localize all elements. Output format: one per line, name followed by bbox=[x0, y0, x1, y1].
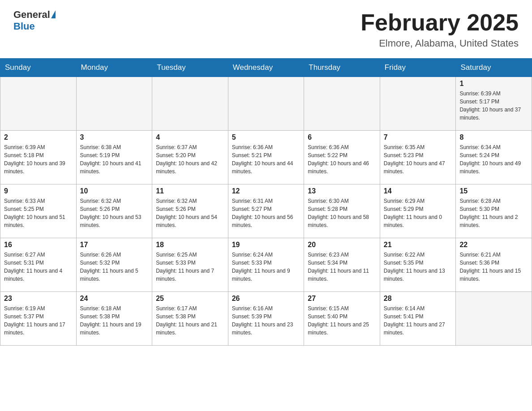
day-cell bbox=[152, 77, 228, 131]
day-number: 26 bbox=[232, 295, 300, 303]
day-info: Sunrise: 6:16 AM Sunset: 5:39 PM Dayligh… bbox=[232, 304, 300, 337]
day-info: Sunrise: 6:37 AM Sunset: 5:20 PM Dayligh… bbox=[156, 143, 224, 176]
day-cell: 17Sunrise: 6:26 AM Sunset: 5:32 PM Dayli… bbox=[76, 238, 152, 292]
calendar-body: 1Sunrise: 6:39 AM Sunset: 5:17 PM Daylig… bbox=[0, 77, 532, 346]
week-row-5: 23Sunrise: 6:19 AM Sunset: 5:37 PM Dayli… bbox=[0, 292, 532, 346]
week-row-2: 2Sunrise: 6:39 AM Sunset: 5:18 PM Daylig… bbox=[0, 131, 532, 184]
logo-general-text: General bbox=[13, 9, 50, 21]
day-cell: 26Sunrise: 6:16 AM Sunset: 5:39 PM Dayli… bbox=[228, 292, 304, 346]
day-number: 2 bbox=[4, 133, 73, 141]
days-header-row: SundayMondayTuesdayWednesdayThursdayFrid… bbox=[0, 59, 532, 77]
day-cell: 4Sunrise: 6:37 AM Sunset: 5:20 PM Daylig… bbox=[152, 131, 228, 184]
day-number: 16 bbox=[4, 241, 73, 249]
day-cell: 7Sunrise: 6:35 AM Sunset: 5:23 PM Daylig… bbox=[380, 131, 456, 184]
week-row-3: 9Sunrise: 6:33 AM Sunset: 5:25 PM Daylig… bbox=[0, 184, 532, 238]
day-header-monday: Monday bbox=[76, 59, 152, 77]
day-header-wednesday: Wednesday bbox=[228, 59, 304, 77]
calendar-table: SundayMondayTuesdayWednesdayThursdayFrid… bbox=[0, 58, 532, 346]
day-info: Sunrise: 6:21 AM Sunset: 5:36 PM Dayligh… bbox=[459, 251, 528, 283]
day-number: 17 bbox=[80, 241, 149, 249]
day-cell: 28Sunrise: 6:14 AM Sunset: 5:41 PM Dayli… bbox=[380, 292, 456, 346]
day-cell: 6Sunrise: 6:36 AM Sunset: 5:22 PM Daylig… bbox=[304, 131, 380, 184]
day-number: 13 bbox=[308, 187, 376, 195]
day-cell: 12Sunrise: 6:31 AM Sunset: 5:27 PM Dayli… bbox=[228, 184, 304, 238]
calendar-subtitle: Elmore, Alabama, United States bbox=[360, 38, 519, 49]
day-cell: 19Sunrise: 6:24 AM Sunset: 5:33 PM Dayli… bbox=[228, 238, 304, 292]
day-number: 8 bbox=[459, 133, 528, 141]
day-info: Sunrise: 6:35 AM Sunset: 5:23 PM Dayligh… bbox=[384, 143, 452, 176]
logo: General Blue bbox=[13, 9, 56, 32]
title-block: February 2025 Elmore, Alabama, United St… bbox=[360, 9, 519, 49]
day-cell: 14Sunrise: 6:29 AM Sunset: 5:29 PM Dayli… bbox=[380, 184, 456, 238]
day-cell: 11Sunrise: 6:32 AM Sunset: 5:26 PM Dayli… bbox=[152, 184, 228, 238]
day-cell: 10Sunrise: 6:32 AM Sunset: 5:26 PM Dayli… bbox=[76, 184, 152, 238]
day-info: Sunrise: 6:33 AM Sunset: 5:25 PM Dayligh… bbox=[4, 197, 73, 229]
day-cell: 22Sunrise: 6:21 AM Sunset: 5:36 PM Dayli… bbox=[456, 238, 532, 292]
day-header-tuesday: Tuesday bbox=[152, 59, 228, 77]
day-info: Sunrise: 6:23 AM Sunset: 5:34 PM Dayligh… bbox=[308, 251, 376, 283]
day-number: 12 bbox=[232, 187, 300, 195]
day-number: 23 bbox=[4, 295, 73, 303]
day-info: Sunrise: 6:36 AM Sunset: 5:21 PM Dayligh… bbox=[232, 143, 300, 176]
day-number: 28 bbox=[384, 295, 452, 303]
day-number: 6 bbox=[308, 133, 376, 141]
day-info: Sunrise: 6:32 AM Sunset: 5:26 PM Dayligh… bbox=[156, 197, 224, 229]
day-info: Sunrise: 6:19 AM Sunset: 5:37 PM Dayligh… bbox=[4, 304, 73, 337]
day-cell: 9Sunrise: 6:33 AM Sunset: 5:25 PM Daylig… bbox=[0, 184, 77, 238]
page-header: General Blue February 2025 Elmore, Alaba… bbox=[0, 0, 532, 54]
calendar-header: SundayMondayTuesdayWednesdayThursdayFrid… bbox=[0, 59, 532, 77]
day-info: Sunrise: 6:34 AM Sunset: 5:24 PM Dayligh… bbox=[459, 143, 528, 176]
day-cell bbox=[228, 77, 304, 131]
day-info: Sunrise: 6:17 AM Sunset: 5:38 PM Dayligh… bbox=[156, 304, 224, 337]
logo-triangle-icon bbox=[51, 10, 56, 18]
day-cell: 21Sunrise: 6:22 AM Sunset: 5:35 PM Dayli… bbox=[380, 238, 456, 292]
day-number: 20 bbox=[308, 241, 376, 249]
day-header-sunday: Sunday bbox=[0, 59, 77, 77]
day-header-friday: Friday bbox=[380, 59, 456, 77]
day-info: Sunrise: 6:26 AM Sunset: 5:32 PM Dayligh… bbox=[80, 251, 149, 283]
day-info: Sunrise: 6:39 AM Sunset: 5:18 PM Dayligh… bbox=[4, 143, 73, 176]
day-info: Sunrise: 6:39 AM Sunset: 5:17 PM Dayligh… bbox=[459, 90, 528, 122]
day-header-saturday: Saturday bbox=[456, 59, 532, 77]
day-number: 24 bbox=[80, 295, 149, 303]
week-row-4: 16Sunrise: 6:27 AM Sunset: 5:31 PM Dayli… bbox=[0, 238, 532, 292]
day-cell: 24Sunrise: 6:18 AM Sunset: 5:38 PM Dayli… bbox=[76, 292, 152, 346]
day-number: 25 bbox=[156, 295, 224, 303]
day-info: Sunrise: 6:31 AM Sunset: 5:27 PM Dayligh… bbox=[232, 197, 300, 229]
day-number: 27 bbox=[308, 295, 376, 303]
day-cell: 3Sunrise: 6:38 AM Sunset: 5:19 PM Daylig… bbox=[76, 131, 152, 184]
day-number: 9 bbox=[4, 187, 73, 195]
day-cell: 1Sunrise: 6:39 AM Sunset: 5:17 PM Daylig… bbox=[456, 77, 532, 131]
day-info: Sunrise: 6:15 AM Sunset: 5:40 PM Dayligh… bbox=[308, 304, 376, 337]
calendar-title: February 2025 bbox=[360, 9, 519, 36]
day-info: Sunrise: 6:25 AM Sunset: 5:33 PM Dayligh… bbox=[156, 251, 224, 283]
day-number: 1 bbox=[459, 80, 528, 88]
day-number: 10 bbox=[80, 187, 149, 195]
day-cell bbox=[76, 77, 152, 131]
day-number: 4 bbox=[156, 133, 224, 141]
day-info: Sunrise: 6:22 AM Sunset: 5:35 PM Dayligh… bbox=[384, 251, 452, 283]
day-cell: 20Sunrise: 6:23 AM Sunset: 5:34 PM Dayli… bbox=[304, 238, 380, 292]
day-number: 11 bbox=[156, 187, 224, 195]
day-number: 5 bbox=[232, 133, 300, 141]
day-cell: 16Sunrise: 6:27 AM Sunset: 5:31 PM Dayli… bbox=[0, 238, 77, 292]
day-number: 3 bbox=[80, 133, 149, 141]
day-info: Sunrise: 6:30 AM Sunset: 5:28 PM Dayligh… bbox=[308, 197, 376, 229]
day-info: Sunrise: 6:18 AM Sunset: 5:38 PM Dayligh… bbox=[80, 304, 149, 337]
day-cell: 15Sunrise: 6:28 AM Sunset: 5:30 PM Dayli… bbox=[456, 184, 532, 238]
day-info: Sunrise: 6:24 AM Sunset: 5:33 PM Dayligh… bbox=[232, 251, 300, 283]
day-header-thursday: Thursday bbox=[304, 59, 380, 77]
day-info: Sunrise: 6:14 AM Sunset: 5:41 PM Dayligh… bbox=[384, 304, 452, 337]
day-cell: 13Sunrise: 6:30 AM Sunset: 5:28 PM Dayli… bbox=[304, 184, 380, 238]
day-number: 19 bbox=[232, 241, 300, 249]
day-number: 7 bbox=[384, 133, 452, 141]
day-number: 21 bbox=[384, 241, 452, 249]
day-cell: 27Sunrise: 6:15 AM Sunset: 5:40 PM Dayli… bbox=[304, 292, 380, 346]
day-cell bbox=[0, 77, 77, 131]
logo-text: General bbox=[13, 9, 56, 21]
day-number: 22 bbox=[459, 241, 528, 249]
day-info: Sunrise: 6:27 AM Sunset: 5:31 PM Dayligh… bbox=[4, 251, 73, 283]
day-info: Sunrise: 6:32 AM Sunset: 5:26 PM Dayligh… bbox=[80, 197, 149, 229]
day-number: 18 bbox=[156, 241, 224, 249]
day-number: 15 bbox=[459, 187, 528, 195]
